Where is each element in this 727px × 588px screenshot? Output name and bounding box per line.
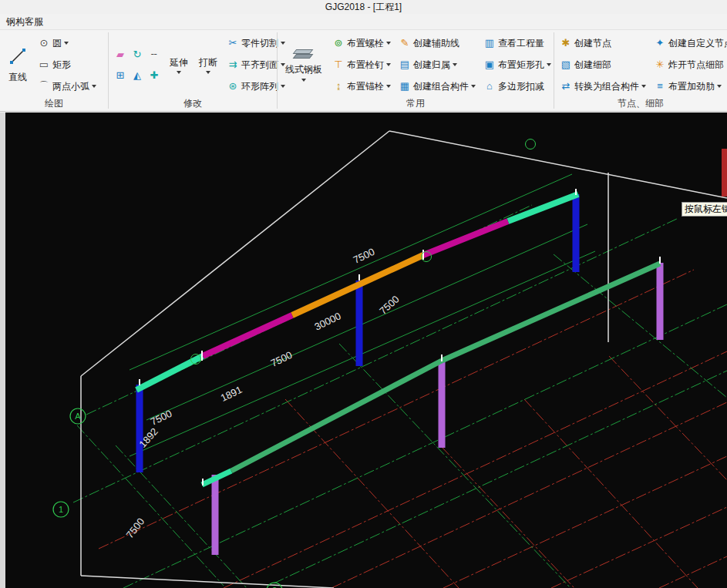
anchor-bolt-icon: ↨ (332, 81, 345, 92)
steel-plate-button-label: 线式钢板 (285, 63, 322, 76)
front-frame-beam[interactable] (202, 264, 660, 485)
extend-button[interactable]: 延伸 (166, 32, 192, 97)
create-node-button-label: 创建节点 (574, 37, 611, 50)
place-rect-hole-button-label: 布置矩形孔 (498, 59, 544, 72)
dimension-label: 30000 (312, 310, 342, 332)
red-grid-lines (99, 270, 727, 588)
view-quantity-button-label: 查看工程量 (498, 37, 544, 50)
mirror-button[interactable]: ◭ (129, 65, 146, 86)
two-point-arc-button-label: 两点小弧 (52, 80, 89, 93)
bolt-icon: ⊚ (332, 38, 345, 49)
dropdown-caret[interactable] (92, 85, 96, 88)
two-point-arc-button[interactable]: ⌒ 两点小弧 (35, 77, 99, 96)
circular-array-button-label: 环形阵列 (241, 80, 278, 93)
ribbon: 直线 ⊙ 圆 ▭ 矩形 ⌒ 两点小弧 绘图 (0, 30, 727, 112)
convert-composite-button[interactable]: ⇄ 转换为组合构件 (557, 77, 648, 96)
explode-node-button[interactable]: ✳ 炸开节点细部 (651, 55, 727, 74)
right-edge-red-marker (722, 149, 727, 197)
part-cut-icon: ✂ (227, 38, 239, 49)
align-to-face-icon: ⇉ (227, 59, 239, 70)
bounding-box-wireframe (81, 131, 727, 588)
place-rect-hole-button[interactable]: ▣ 布置矩形孔 (481, 55, 554, 74)
composite-icon: ▦ (399, 81, 411, 92)
axis-bubble-small (526, 139, 536, 150)
front-frame-columns[interactable] (215, 263, 660, 555)
belong-icon: ▤ (399, 59, 411, 70)
break-button[interactable]: 打断 (195, 32, 221, 97)
circle-button[interactable]: ⊙ 圆 (35, 34, 99, 52)
dropdown-caret[interactable] (717, 85, 722, 88)
group-label-modify: 修改 (109, 98, 277, 111)
dropdown-caret[interactable] (453, 63, 457, 66)
dropdown-caret[interactable] (386, 63, 391, 66)
create-aux-line-button-label: 创建辅助线 (413, 37, 459, 50)
move-button[interactable]: ✚ (146, 65, 163, 86)
dropdown-caret[interactable] (386, 42, 391, 45)
create-node-button[interactable]: ✱ 创建节点 (557, 34, 648, 52)
break-line-button[interactable]: ╌ (146, 44, 163, 65)
place-stiffener-button[interactable]: ≡ 布置加劲肋 (651, 77, 727, 96)
rotate-icon: ↻ (131, 49, 143, 60)
break-button-label: 打断 (199, 56, 217, 69)
create-detail-icon: ▧ (560, 59, 572, 70)
place-bolt-button-label: 布置螺栓 (347, 37, 384, 50)
rectangle-button[interactable]: ▭ 矩形 (35, 55, 99, 74)
place-stud-button[interactable]: ⊤ 布置栓钉 (330, 55, 393, 74)
view-quantity-button[interactable]: ▥ 查看工程量 (481, 34, 554, 52)
line-button[interactable]: 直线 (3, 32, 32, 97)
ribbon-group-draw: 直线 ⊙ 圆 ▭ 矩形 ⌒ 两点小弧 绘图 (0, 30, 108, 111)
group-label-node-detail: 节点、细部 (554, 98, 727, 111)
create-aux-line-button[interactable]: ✎ 创建辅助线 (396, 34, 478, 52)
copy-button[interactable]: ⊞ (112, 65, 129, 86)
rect-hole-icon: ▣ (483, 59, 496, 70)
steel-plate-button[interactable]: 线式钢板 (281, 32, 327, 97)
dropdown-caret[interactable] (547, 63, 551, 66)
create-belong-button-label: 创建归属 (413, 59, 450, 72)
dropdown-caret[interactable] (301, 79, 306, 82)
rectangle-icon: ▭ (38, 59, 50, 70)
stud-icon: ⊤ (332, 59, 345, 70)
dropdown-caret[interactable] (177, 71, 181, 74)
dropdown-caret[interactable] (471, 85, 476, 88)
menu-item-customer-service[interactable]: 钢构客服 (0, 14, 49, 30)
dropdown-caret[interactable] (206, 71, 210, 74)
ribbon-group-common: 线式钢板 ⊚ 布置螺栓 ⊤ 布置栓钉 ↨ 布置锚栓 (278, 30, 554, 111)
menu-bar: 钢构客服 (0, 14, 727, 30)
back-frame-columns[interactable] (140, 194, 576, 472)
arc-icon: ⌒ (38, 81, 50, 92)
convert-composite-icon: ⇄ (560, 81, 572, 92)
explode-node-icon: ✳ (654, 59, 666, 70)
align-to-face-button-label: 平齐到面 (241, 59, 278, 72)
rotate-button[interactable]: ↻ (129, 44, 146, 65)
dimension-label: 1891 (219, 384, 244, 404)
circular-array-icon: ⊛ (227, 81, 239, 92)
dimension-label: 7500 (269, 349, 295, 369)
dimension-label: 7500 (149, 408, 174, 428)
create-detail-button[interactable]: ▧ 创建细部 (557, 55, 648, 74)
dropdown-caret[interactable] (386, 85, 391, 88)
custom-node-icon: ✦ (654, 38, 666, 49)
circle-button-label: 圆 (52, 37, 62, 50)
create-custom-node-button-label: 创建自定义节点 (668, 37, 727, 50)
polygon-icon: ⌂ (483, 81, 496, 92)
line-icon (8, 46, 28, 69)
line-button-label: 直线 (8, 71, 27, 84)
window-title: GJG2018 - [工程1] (325, 2, 402, 12)
erase-button[interactable]: ▰ (112, 44, 129, 65)
model-view-3d[interactable]: 7500 7500 30000 7500 1891 7500 1892 7500… (0, 113, 727, 588)
create-belong-button[interactable]: ▤ 创建归属 (396, 55, 478, 74)
place-anchor-bolt-button[interactable]: ↨ 布置锚栓 (330, 77, 393, 96)
dropdown-caret[interactable] (641, 85, 646, 88)
create-custom-node-button[interactable]: ✦ 创建自定义节点 (651, 34, 727, 52)
dropdown-caret[interactable] (64, 42, 69, 45)
dimension-label: 7500 (377, 293, 402, 316)
extend-button-label: 延伸 (170, 56, 188, 69)
create-node-icon: ✱ (560, 38, 572, 49)
place-stiffener-button-label: 布置加劲肋 (668, 80, 715, 93)
dimension-label: 7500 (352, 246, 377, 266)
polygon-subtract-button[interactable]: ⌂ 多边形扣减 (481, 77, 554, 96)
drawing-canvas[interactable]: 7500 7500 30000 7500 1891 7500 1892 7500… (0, 113, 727, 588)
group-label-common: 常用 (278, 98, 554, 111)
create-composite-button[interactable]: ▦ 创建组合构件 (396, 77, 478, 96)
place-bolt-button[interactable]: ⊚ 布置螺栓 (330, 34, 393, 52)
